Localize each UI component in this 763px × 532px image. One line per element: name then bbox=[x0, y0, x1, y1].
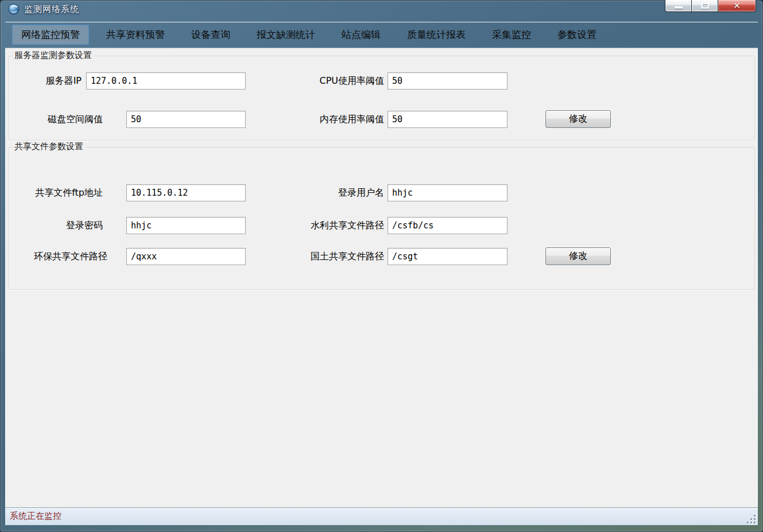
server-params-group-title: 服务器监测参数设置 bbox=[12, 50, 94, 61]
tab-site-edit[interactable]: 站点编辑 bbox=[332, 25, 390, 45]
ftp-address-label: 共享文件ftp地址 bbox=[16, 184, 103, 201]
close-button[interactable]: ✕ bbox=[718, 0, 756, 12]
tab-strip: 网络监控预警 共享资料预警 设备查询 报文缺测统计 站点编辑 质量统计报表 采集… bbox=[5, 22, 758, 48]
disk-threshold-label: 磁盘空间阈值 bbox=[31, 111, 103, 128]
login-password-label: 登录密码 bbox=[40, 217, 103, 234]
tab-parameter-settings[interactable]: 参数设置 bbox=[548, 25, 606, 45]
titlebar[interactable]: 监测网络系统 ✕ bbox=[0, 0, 763, 22]
tab-collect-monitor[interactable]: 采集监控 bbox=[483, 25, 540, 45]
disk-threshold-input[interactable] bbox=[126, 111, 246, 128]
memory-threshold-input[interactable] bbox=[388, 111, 508, 128]
maximize-icon bbox=[701, 3, 708, 9]
memory-threshold-label: 内存使用率阈值 bbox=[295, 111, 384, 128]
close-icon: ✕ bbox=[718, 1, 756, 11]
login-username-label: 登录用户名 bbox=[306, 184, 384, 201]
globe-icon bbox=[8, 3, 20, 15]
minimize-icon bbox=[675, 6, 683, 9]
resize-grip[interactable] bbox=[746, 514, 756, 523]
minimize-button[interactable] bbox=[665, 0, 691, 12]
login-password-input[interactable] bbox=[126, 217, 246, 234]
server-ip-label: 服务器IP bbox=[31, 72, 82, 90]
share-modify-button[interactable]: 修改 bbox=[545, 247, 611, 265]
cpu-threshold-input[interactable] bbox=[388, 72, 508, 90]
server-modify-button[interactable]: 修改 bbox=[545, 110, 611, 128]
share-params-group-title: 共享文件参数设置 bbox=[12, 141, 86, 152]
env-share-path-input[interactable] bbox=[126, 248, 246, 265]
window-controls: ✕ bbox=[665, 0, 756, 12]
tab-network-monitor-alert[interactable]: 网络监控预警 bbox=[12, 25, 89, 45]
cpu-threshold-label: CPU使用率阈值 bbox=[304, 72, 384, 90]
water-share-path-label: 水利共享文件路径 bbox=[292, 217, 384, 234]
land-share-path-label: 国土共享文件路径 bbox=[292, 248, 384, 265]
app-window: 监测网络系统 ✕ 网络监控预警 共享资料预警 设备查询 报文缺测统计 站点编辑 … bbox=[0, 0, 763, 532]
ftp-address-input[interactable] bbox=[126, 184, 246, 201]
tab-quality-report[interactable]: 质量统计报表 bbox=[398, 25, 475, 45]
tab-missing-report-stats[interactable]: 报文缺测统计 bbox=[247, 25, 324, 45]
env-share-path-label: 环保共享文件路径 bbox=[10, 248, 107, 265]
login-username-input[interactable] bbox=[388, 184, 508, 201]
status-message: 系统正在监控 bbox=[10, 511, 61, 522]
status-bar: 系统正在监控 bbox=[5, 507, 758, 525]
server-ip-input[interactable] bbox=[86, 72, 246, 90]
tab-shared-data-alert[interactable]: 共享资料预警 bbox=[97, 25, 174, 45]
tab-device-query[interactable]: 设备查询 bbox=[182, 25, 239, 45]
water-share-path-input[interactable] bbox=[388, 217, 508, 234]
land-share-path-input[interactable] bbox=[388, 248, 508, 265]
maximize-button[interactable] bbox=[691, 0, 718, 12]
main-content: 服务器监测参数设置 服务器IP CPU使用率阈值 磁盘空间阈值 内存使用率阈值 … bbox=[5, 48, 758, 507]
window-title: 监测网络系统 bbox=[24, 4, 79, 15]
